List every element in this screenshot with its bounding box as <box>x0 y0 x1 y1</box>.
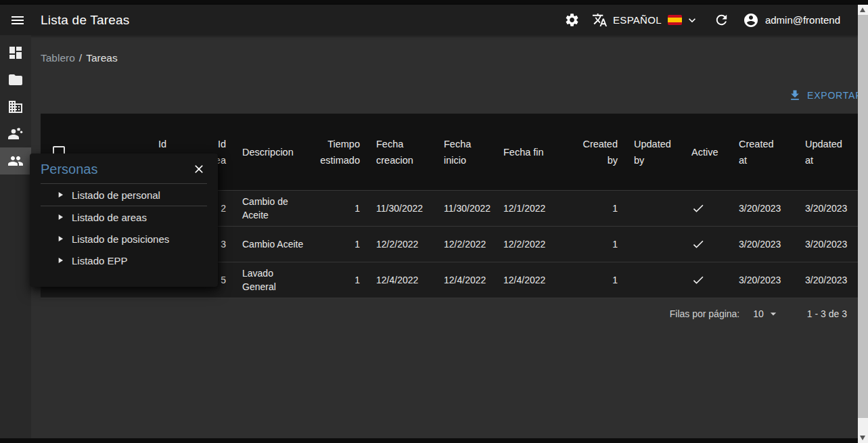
cell-descripcion: Lavado General <box>234 262 315 298</box>
cell-updated-by <box>626 227 683 262</box>
spain-flag-icon <box>668 15 682 25</box>
sidebar-item-folders[interactable] <box>0 66 31 93</box>
col-header-fecha-fin[interactable]: Fecha fin <box>495 114 576 190</box>
col-header-created-by[interactable]: Created by <box>576 114 626 190</box>
check-icon <box>691 237 705 251</box>
refresh-button[interactable] <box>714 12 729 28</box>
dropdown-arrow-icon <box>767 307 780 321</box>
cell-updated-at: 3/20/2023 <box>797 191 858 226</box>
col-header-active[interactable]: Active <box>683 114 731 190</box>
cell-descripcion: Cambio de Aceite <box>234 191 315 226</box>
account-circle-icon <box>743 12 759 28</box>
sidebar-item-engineering[interactable] <box>0 120 31 147</box>
col-header-updated-at[interactable]: Updated at <box>797 114 858 190</box>
appbar-actions: ESPAÑOL admin@frontend <box>564 12 840 28</box>
hamburger-menu-button[interactable] <box>8 11 27 30</box>
settings-button[interactable] <box>564 12 580 28</box>
cell-fecha-inicio: 12/4/2022 <box>436 262 495 298</box>
dashboard-icon <box>7 45 24 61</box>
engineering-icon <box>7 126 24 142</box>
account-button[interactable] <box>743 12 759 28</box>
cell-created-at: 3/20/2023 <box>731 262 797 298</box>
window-bottom-edge <box>0 438 858 443</box>
people-icon <box>7 153 24 169</box>
gear-icon <box>564 12 580 28</box>
vertical-scrollbar[interactable] <box>858 5 868 443</box>
cell-created-by: 1 <box>576 227 626 262</box>
menu-item-listado-de-personal[interactable]: Listado de personal <box>30 184 218 206</box>
scrollbar-thumb[interactable] <box>858 15 868 418</box>
scrollbar-up-arrow[interactable] <box>860 7 865 12</box>
breadcrumb-current: Tareas <box>86 52 118 64</box>
language-selector[interactable]: ESPAÑOL <box>592 12 699 28</box>
cell-updated-by <box>626 262 683 298</box>
cell-descripcion: Cambio Aceite <box>234 227 315 262</box>
menu-item-listado-epp[interactable]: Listado EPP <box>30 250 218 271</box>
chevron-down-icon <box>685 14 699 27</box>
arrow-right-icon <box>55 256 65 265</box>
check-icon <box>691 273 705 287</box>
cell-tiempo-estimado: 1 <box>315 227 368 262</box>
folder-icon <box>7 72 24 88</box>
rows-per-page-value: 10 <box>753 308 764 319</box>
cell-fecha-creacion: 12/4/2022 <box>368 262 436 298</box>
appbar: Lista de Tareas ESPAÑOL admin@frontend <box>0 5 858 35</box>
cell-tiempo-estimado: 1 <box>315 191 368 226</box>
personas-popup-header: Personas <box>30 154 218 183</box>
pagination-range: 1 - 3 de 3 <box>807 308 847 319</box>
col-header-created-at[interactable]: Created at <box>731 114 797 190</box>
cell-fecha-fin: 12/2/2022 <box>495 227 576 262</box>
cell-created-by: 1 <box>576 262 626 298</box>
cell-fecha-inicio: 12/2/2022 <box>436 227 495 262</box>
arrow-right-icon <box>55 190 65 200</box>
sidebar-item-company[interactable] <box>0 93 31 120</box>
check-icon <box>691 202 705 215</box>
arrow-right-icon <box>55 234 65 243</box>
breadcrumb-tablero-link[interactable]: Tablero <box>41 52 75 64</box>
export-label: EXPORTAR <box>807 90 863 101</box>
cell-updated-at: 3/20/2023 <box>797 227 858 262</box>
menu-item-listado-de-areas[interactable]: Listado de areas <box>30 206 218 228</box>
breadcrumb: Tablero / Tareas <box>41 52 118 64</box>
sidebar-item-personas[interactable] <box>0 147 31 174</box>
page-title: Lista de Tareas <box>41 13 130 28</box>
personas-popup-title: Personas <box>41 162 98 177</box>
company-icon <box>7 99 24 115</box>
rows-per-page-select[interactable]: 10 <box>753 307 780 321</box>
language-label: ESPAÑOL <box>613 14 662 26</box>
cell-fecha-inicio: 11/30/2022 <box>436 191 495 226</box>
cell-tiempo-estimado: 1 <box>315 262 368 298</box>
sidebar <box>0 35 31 438</box>
col-header-fecha-inicio[interactable]: Fecha inicio <box>436 114 495 190</box>
popup-close-button[interactable] <box>191 161 207 177</box>
col-header-descripcion[interactable]: Descripcion <box>234 114 315 190</box>
cell-fecha-fin: 12/4/2022 <box>495 262 576 298</box>
cell-fecha-creacion: 12/2/2022 <box>368 227 436 262</box>
export-button[interactable]: EXPORTAR <box>788 88 863 103</box>
close-icon <box>192 162 206 176</box>
cell-updated-at: 3/20/2023 <box>797 262 858 298</box>
download-icon <box>788 89 802 102</box>
cell-fecha-creacion: 11/30/2022 <box>368 191 436 226</box>
translate-icon <box>592 12 608 28</box>
cell-fecha-fin: 12/1/2022 <box>495 191 576 226</box>
col-header-fecha-creacion[interactable]: Fecha creacion <box>368 114 436 190</box>
sidebar-item-dashboard[interactable] <box>0 39 31 66</box>
scrollbar-down-arrow[interactable] <box>860 436 865 440</box>
cell-created-at: 3/20/2023 <box>731 191 797 226</box>
menu-item-listado-de-posiciones[interactable]: Listado de posiciones <box>30 228 218 250</box>
cell-created-at: 3/20/2023 <box>731 227 797 262</box>
personas-popup: Personas Listado de personal Listado de … <box>30 154 218 287</box>
breadcrumb-separator: / <box>79 52 82 64</box>
cell-active <box>683 191 731 226</box>
col-header-updated-by[interactable]: Updated by <box>626 114 683 190</box>
col-header-tiempo-estimado[interactable]: Tiempo estimado <box>315 114 368 190</box>
pagination-bar: Filas por página: 10 1 - 3 de 3 <box>0 304 847 323</box>
refresh-icon <box>714 12 729 28</box>
user-email: admin@frontend <box>765 14 840 26</box>
arrow-right-icon <box>55 212 65 222</box>
cell-active <box>683 227 731 262</box>
hamburger-icon <box>9 12 26 28</box>
cell-created-by: 1 <box>576 191 626 226</box>
rows-per-page-label: Filas por página: <box>670 308 740 319</box>
